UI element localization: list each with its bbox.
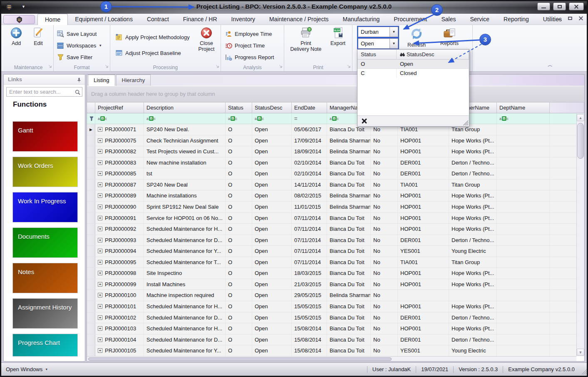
status-combo-dropdown-icon[interactable]: [390, 39, 398, 48]
column-header-enddate[interactable]: EndDate: [292, 102, 327, 113]
expand-row-icon[interactable]: [98, 282, 102, 287]
minimize-button[interactable]: [537, 2, 550, 10]
status-option-closed[interactable]: CClosed: [357, 69, 469, 78]
add-button[interactable]: Add: [7, 27, 26, 46]
expand-row-icon[interactable]: [98, 260, 102, 265]
function-button-work-in-progress[interactable]: Work In Progress: [12, 192, 78, 222]
save-filter-button[interactable]: Save Filter: [57, 52, 92, 62]
project-row-PRJ0000099[interactable]: PRJ0000099Install MachinesOOpen21/03/201…: [87, 279, 584, 290]
expand-row-icon[interactable]: [98, 193, 102, 198]
filter-cell-status[interactable]: aBc: [226, 113, 252, 124]
tab-hierarchy[interactable]: Hierarchy: [116, 75, 151, 86]
project-row-PRJ0000082[interactable]: PRJ0000082Test Projects viewed in Cust..…: [87, 146, 584, 157]
format-dialog-launcher-icon[interactable]: [105, 62, 109, 70]
expand-row-icon[interactable]: [98, 249, 102, 253]
expand-row-icon[interactable]: [98, 182, 102, 187]
filter-cell-description[interactable]: aBc: [144, 113, 226, 124]
search-input[interactable]: [7, 87, 73, 96]
expand-row-icon[interactable]: [98, 348, 102, 353]
print-delivery-note-button[interactable]: ? PrintDelivery Note: [288, 27, 324, 52]
reports-button[interactable]: Reports: [436, 27, 463, 46]
close-project-button[interactable]: CloseProject: [194, 27, 218, 52]
expand-row-icon[interactable]: [98, 315, 102, 320]
expand-row-icon[interactable]: [98, 138, 102, 143]
refresh-button[interactable]: Refresh: [402, 27, 432, 48]
edit-button[interactable]: Edit: [27, 27, 49, 46]
ribbon-tab-inventory[interactable]: Inventory: [224, 14, 263, 25]
ribbon-tab-finance-hr[interactable]: Finance / HR: [176, 14, 224, 25]
expand-row-icon[interactable]: [98, 227, 102, 231]
function-button-documents[interactable]: Documents: [12, 227, 78, 258]
open-windows-button[interactable]: Open Windows: [6, 366, 48, 372]
project-row-PRJ0000100[interactable]: PRJ0000100Machine inspection requiredOOp…: [87, 290, 584, 301]
project-row-PRJ0000090[interactable]: PRJ0000090Sprint SP1912 New Deal SaleOOp…: [87, 202, 584, 213]
ribbon-tab-contract[interactable]: Contract: [140, 14, 176, 25]
maximize-button[interactable]: [553, 2, 566, 10]
column-header-status[interactable]: Status: [226, 102, 252, 113]
scroll-up-icon[interactable]: ▲: [577, 114, 584, 121]
filter-cell-enddate[interactable]: =: [292, 113, 327, 124]
application-menu-button[interactable]: [3, 15, 35, 24]
expand-row-icon[interactable]: [98, 171, 102, 176]
tab-listing[interactable]: Listing: [88, 75, 115, 86]
project-row-PRJ0000092[interactable]: PRJ0000092Scheduled Maintenance for H...…: [87, 224, 584, 235]
popup-column-statusdesc[interactable]: StatusDesc: [397, 50, 469, 59]
close-button[interactable]: [569, 2, 584, 10]
ribbon-tab-reporting[interactable]: Reporting: [496, 14, 536, 25]
project-row-PRJ0000094[interactable]: PRJ0000094Scheduled Maintenance for Y...…: [87, 246, 584, 257]
function-button-work-orders[interactable]: Work Orders: [12, 157, 78, 187]
project-row-PRJ0000083[interactable]: PRJ0000083New machine installationOOpen0…: [87, 157, 584, 169]
expand-row-icon[interactable]: [98, 160, 102, 165]
branch-combo[interactable]: Durban: [358, 27, 398, 37]
project-row-PRJ0000104[interactable]: PRJ0000104Scheduled Maintenance for D...…: [87, 335, 584, 346]
project-row-PRJ0000071[interactable]: ▶PRJ0000071SP240 New Deal.OOpen05/06/201…: [87, 124, 584, 135]
project-row-PRJ0000098[interactable]: PRJ0000098Site InspectinoOOpen18/03/2015…: [87, 268, 584, 279]
clear-filter-icon[interactable]: [362, 118, 367, 123]
processing-dialog-launcher-icon[interactable]: [216, 62, 219, 70]
collapse-ribbon-icon[interactable]: [548, 62, 553, 69]
print-dialog-launcher-icon[interactable]: [347, 62, 351, 70]
mdi-restore-icon[interactable]: [568, 17, 572, 20]
filter-cell-deptname[interactable]: aBc: [497, 113, 550, 124]
group-by-panel[interactable]: Drag a column header here to group by th…: [87, 86, 584, 102]
function-button-gantt[interactable]: Gantt: [12, 121, 78, 152]
pin-icon[interactable]: [77, 77, 82, 84]
project-time-button[interactable]: Project Time: [225, 40, 265, 51]
function-button-progress-chart[interactable]: Progress Chart: [12, 334, 78, 357]
expand-row-icon[interactable]: [98, 127, 102, 132]
expand-row-icon[interactable]: [98, 216, 102, 220]
project-row-PRJ0000105[interactable]: PRJ0000105Scheduled Maintenance for Y...…: [87, 345, 584, 356]
ribbon-tab-service[interactable]: Service: [463, 14, 496, 25]
expand-row-icon[interactable]: [98, 238, 102, 242]
project-row-PRJ0000087[interactable]: PRJ0000087SP240 New DealOOpen14/11/2014B…: [87, 180, 584, 191]
scroll-down-icon[interactable]: ▼: [577, 349, 584, 356]
ribbon-tab-manufacturing[interactable]: Manufacturing: [336, 14, 387, 25]
adjust-project-baseline-button[interactable]: Adjust Project Baseline: [115, 47, 181, 58]
status-option-open[interactable]: OOpen: [357, 60, 469, 69]
workspaces-button[interactable]: Workspaces: [57, 40, 102, 51]
popup-resize-grip[interactable]: [463, 120, 468, 125]
function-button-assignment-history[interactable]: Assignment History: [12, 298, 78, 329]
expand-row-icon[interactable]: [98, 271, 102, 275]
project-row-PRJ0000089[interactable]: PRJ0000089Machine installationsOOpen08/0…: [87, 190, 584, 202]
export-button[interactable]: XLSX Export: [326, 27, 350, 46]
ribbon-tab-home[interactable]: Home: [37, 14, 68, 25]
project-row-PRJ0000093[interactable]: PRJ0000093Scheduled Maintenance for D...…: [87, 235, 584, 246]
ribbon-tab-equipment-locations[interactable]: Equipment / Locations: [68, 14, 140, 25]
window-resize-grip[interactable]: [581, 369, 587, 375]
column-header-description[interactable]: Description: [144, 102, 226, 113]
column-header-statusdesc[interactable]: StatusDesc: [252, 102, 292, 113]
progress-report-button[interactable]: Progress Report: [225, 52, 274, 62]
popup-column-status[interactable]: Status: [357, 50, 397, 59]
horizontal-scrollbar[interactable]: [87, 356, 576, 361]
apply-project-methodology-button[interactable]: Apply Project Methodology: [115, 32, 190, 42]
column-header-deptname[interactable]: DeptName: [497, 102, 550, 113]
project-row-PRJ0000103[interactable]: PRJ0000103Scheduled Maintenance for H...…: [87, 323, 584, 335]
mdi-close-icon[interactable]: [579, 16, 583, 20]
branch-combo-dropdown-icon[interactable]: [390, 27, 398, 37]
analysis-dialog-launcher-icon[interactable]: [279, 62, 283, 70]
search-icon[interactable]: [75, 89, 80, 97]
project-row-PRJ0000075[interactable]: PRJ0000075Check Technician AssignmentOOp…: [87, 135, 584, 147]
employee-time-button[interactable]: Employee Time: [225, 28, 272, 39]
status-combo[interactable]: Open: [358, 38, 398, 49]
